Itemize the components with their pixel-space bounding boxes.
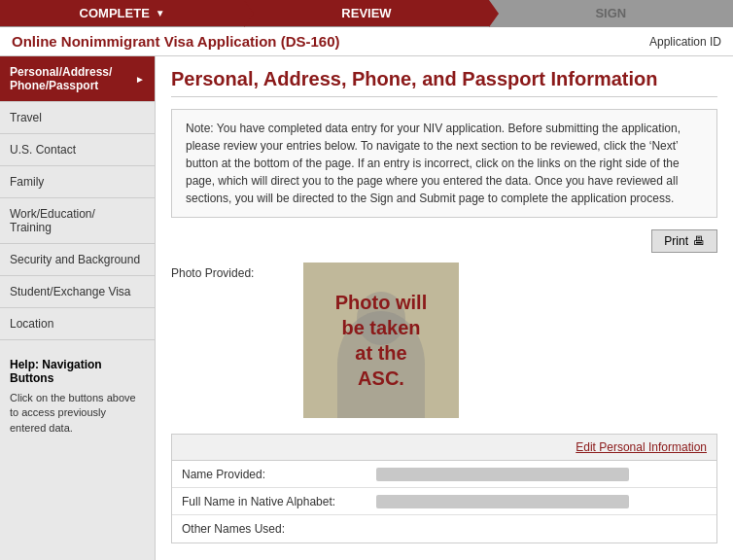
sidebar-item-student[interactable]: Student/Exchange Visa bbox=[0, 276, 155, 308]
print-label: Print bbox=[664, 234, 688, 248]
sidebar-item-security[interactable]: Security and Background bbox=[0, 244, 155, 276]
sidebar: Personal/Address/Phone/Passport ► Travel… bbox=[0, 56, 156, 560]
print-row: Print 🖶 bbox=[171, 229, 717, 253]
photo-label: Photo Provided: bbox=[171, 262, 288, 280]
progress-arrow-review bbox=[489, 0, 499, 27]
info-row-other-names: Other Names Used: bbox=[172, 515, 716, 542]
info-label-other-names: Other Names Used: bbox=[182, 522, 376, 536]
page-title: Personal, Address, Phone, and Passport I… bbox=[171, 68, 717, 97]
sidebar-item-work[interactable]: Work/Education/Training bbox=[0, 198, 155, 244]
app-title: Online Nonimmigrant Visa Application (DS… bbox=[12, 33, 340, 50]
help-label: Help: bbox=[10, 358, 39, 371]
info-value-name bbox=[376, 468, 629, 481]
note-box: Note: You have completed data entry for … bbox=[171, 109, 717, 218]
print-icon: 🖶 bbox=[693, 234, 705, 248]
info-row-name: Name Provided: bbox=[172, 461, 716, 488]
main-layout: Personal/Address/Phone/Passport ► Travel… bbox=[0, 56, 733, 560]
sidebar-item-student-label: Student/Exchange Visa bbox=[10, 285, 131, 298]
sidebar-item-travel[interactable]: Travel bbox=[0, 102, 155, 134]
print-button[interactable]: Print 🖶 bbox=[651, 229, 717, 253]
progress-dropdown-arrow: ▼ bbox=[156, 8, 165, 18]
progress-step-review[interactable]: REVIEW bbox=[244, 0, 488, 26]
info-label-name: Name Provided: bbox=[182, 468, 376, 481]
content-area: Personal, Address, Phone, and Passport I… bbox=[156, 56, 733, 560]
sidebar-item-security-label: Security and Background bbox=[10, 253, 140, 266]
info-section-header: Edit Personal Information bbox=[172, 435, 716, 461]
progress-arrow-complete bbox=[244, 0, 254, 27]
sidebar-item-work-label: Work/Education/Training bbox=[10, 207, 95, 234]
chevron-right-icon: ► bbox=[135, 74, 145, 85]
progress-label-review: REVIEW bbox=[341, 6, 391, 20]
progress-label-complete: COMPLETE bbox=[80, 6, 150, 20]
photo-placeholder: Photo willbe takenat theASC. bbox=[303, 262, 459, 418]
note-text: Note: You have completed data entry for … bbox=[186, 122, 681, 205]
info-value-native-name bbox=[376, 495, 629, 508]
help-title: Help: Navigation Buttons bbox=[10, 358, 145, 385]
progress-bar: COMPLETE ▼ REVIEW SIGN bbox=[0, 0, 733, 27]
sidebar-item-family-label: Family bbox=[10, 175, 44, 189]
progress-step-complete[interactable]: COMPLETE ▼ bbox=[0, 0, 244, 26]
edit-personal-link[interactable]: Edit Personal Information bbox=[576, 440, 707, 454]
app-id-label: Application ID bbox=[649, 35, 721, 49]
sidebar-help: Help: Navigation Buttons Click on the bu… bbox=[0, 348, 155, 445]
sidebar-item-us-contact[interactable]: U.S. Contact bbox=[0, 134, 155, 166]
help-text: Click on the buttons above to access pre… bbox=[10, 391, 145, 436]
info-section-personal: Edit Personal Information Name Provided:… bbox=[171, 434, 717, 543]
info-row-native-name: Full Name in Native Alphabet: bbox=[172, 488, 716, 515]
sidebar-item-family[interactable]: Family bbox=[0, 166, 155, 198]
app-header: Online Nonimmigrant Visa Application (DS… bbox=[0, 27, 733, 56]
progress-step-sign[interactable]: SIGN bbox=[489, 0, 733, 26]
progress-label-sign: SIGN bbox=[595, 6, 626, 20]
sidebar-item-us-contact-label: U.S. Contact bbox=[10, 143, 76, 157]
sidebar-item-location-label: Location bbox=[10, 317, 53, 331]
sidebar-item-location[interactable]: Location bbox=[0, 308, 155, 340]
info-label-native-name: Full Name in Native Alphabet: bbox=[182, 495, 376, 508]
sidebar-item-travel-label: Travel bbox=[10, 111, 42, 124]
photo-row: Photo Provided: Photo willbe takenat the… bbox=[171, 262, 717, 418]
sidebar-item-personal-label: Personal/Address/Phone/Passport bbox=[10, 65, 112, 92]
photo-text: Photo willbe takenat theASC. bbox=[335, 290, 427, 391]
sidebar-item-personal[interactable]: Personal/Address/Phone/Passport ► bbox=[0, 56, 155, 102]
